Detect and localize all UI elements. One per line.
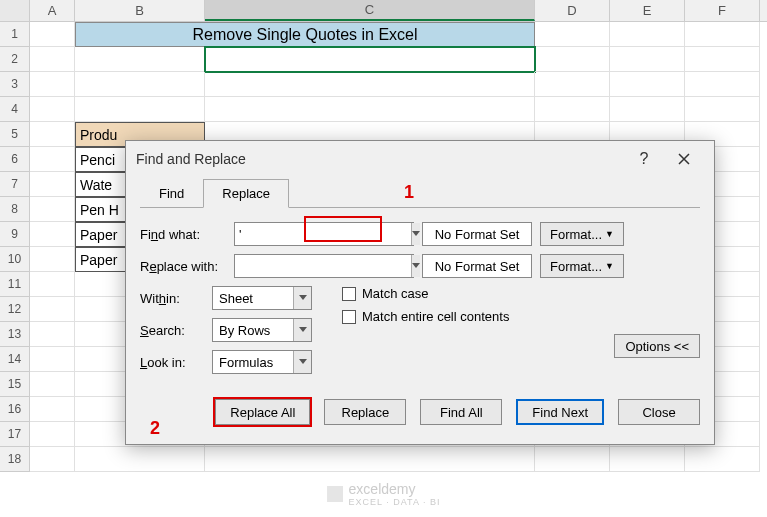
row-header[interactable]: 6 (0, 147, 30, 172)
logo-icon (327, 486, 343, 502)
svg-rect-0 (327, 486, 343, 502)
row-header[interactable]: 15 (0, 372, 30, 397)
format-button-replace[interactable]: Format...▼ (540, 254, 624, 278)
close-icon[interactable] (664, 143, 704, 175)
col-header-d[interactable]: D (535, 0, 610, 21)
cell[interactable] (535, 22, 610, 47)
replace-button[interactable]: Replace (324, 399, 406, 425)
match-case-checkbox[interactable]: Match case (342, 286, 509, 301)
help-button[interactable]: ? (624, 143, 664, 175)
row-header[interactable]: 4 (0, 97, 30, 122)
dialog-tabs: Find Replace (140, 179, 714, 208)
annotation-marker: 2 (150, 418, 160, 439)
within-select[interactable]: Sheet (212, 286, 312, 310)
dialog-title: Find and Replace (136, 151, 624, 167)
column-headers: A B C D E F (0, 0, 767, 22)
search-select[interactable]: By Rows (212, 318, 312, 342)
col-header-f[interactable]: F (685, 0, 760, 21)
cell[interactable] (685, 22, 760, 47)
tab-find[interactable]: Find (140, 179, 203, 208)
lookin-select[interactable]: Formulas (212, 350, 312, 374)
chevron-down-icon[interactable] (411, 223, 420, 245)
find-next-button[interactable]: Find Next (516, 399, 604, 425)
row-header[interactable]: 18 (0, 447, 30, 472)
row-header[interactable]: 8 (0, 197, 30, 222)
cell[interactable] (610, 22, 685, 47)
within-label: Within: (140, 291, 204, 306)
row-header[interactable]: 7 (0, 172, 30, 197)
col-header-b[interactable]: B (75, 0, 205, 21)
replace-all-button[interactable]: Replace All (215, 399, 310, 425)
row-header[interactable]: 3 (0, 72, 30, 97)
chevron-down-icon: ▼ (605, 229, 614, 239)
row-header[interactable]: 12 (0, 297, 30, 322)
close-button[interactable]: Close (618, 399, 700, 425)
replace-with-label: Replace with: (140, 259, 226, 274)
annotation-box (304, 216, 382, 242)
format-button-find[interactable]: Format...▼ (540, 222, 624, 246)
row-header[interactable]: 14 (0, 347, 30, 372)
chevron-down-icon[interactable] (293, 319, 311, 341)
col-header-c[interactable]: C (205, 0, 535, 21)
dialog-body: Find what: No Format Set Format...▼ Repl… (140, 207, 700, 390)
chevron-down-icon: ▼ (605, 261, 614, 271)
find-what-label: Find what: (140, 227, 226, 242)
chevron-down-icon[interactable] (293, 287, 311, 309)
options-button[interactable]: Options << (614, 334, 700, 358)
chevron-down-icon[interactable] (411, 255, 420, 277)
title-cell[interactable]: Remove Single Quotes in Excel (75, 22, 535, 47)
format-preview-replace: No Format Set (422, 254, 532, 278)
row-header[interactable]: 11 (0, 272, 30, 297)
lookin-label: Look in: (140, 355, 204, 370)
row-header[interactable]: 2 (0, 47, 30, 72)
row-header[interactable]: 17 (0, 422, 30, 447)
chevron-down-icon[interactable] (293, 351, 311, 373)
find-all-button[interactable]: Find All (420, 399, 502, 425)
col-header-a[interactable]: A (30, 0, 75, 21)
selected-cell[interactable] (205, 47, 535, 72)
select-all-corner[interactable] (0, 0, 30, 21)
replace-with-input[interactable] (234, 254, 414, 278)
search-label: Search: (140, 323, 204, 338)
tab-replace[interactable]: Replace (203, 179, 289, 208)
format-preview-find: No Format Set (422, 222, 532, 246)
watermark: exceldemyEXCEL · DATA · BI (327, 481, 441, 507)
row-header[interactable]: 10 (0, 247, 30, 272)
cell[interactable] (30, 22, 75, 47)
match-contents-checkbox[interactable]: Match entire cell contents (342, 309, 509, 324)
find-replace-dialog: Find and Replace ? Find Replace Find wha… (125, 140, 715, 445)
row-header[interactable]: 5 (0, 122, 30, 147)
row-header[interactable]: 16 (0, 397, 30, 422)
row-header[interactable]: 1 (0, 22, 30, 47)
row-header[interactable]: 9 (0, 222, 30, 247)
dialog-buttons: Replace All Replace Find All Find Next C… (140, 399, 700, 425)
col-header-e[interactable]: E (610, 0, 685, 21)
annotation-marker: 1 (404, 182, 414, 203)
row-header[interactable]: 13 (0, 322, 30, 347)
dialog-titlebar[interactable]: Find and Replace ? (126, 141, 714, 177)
